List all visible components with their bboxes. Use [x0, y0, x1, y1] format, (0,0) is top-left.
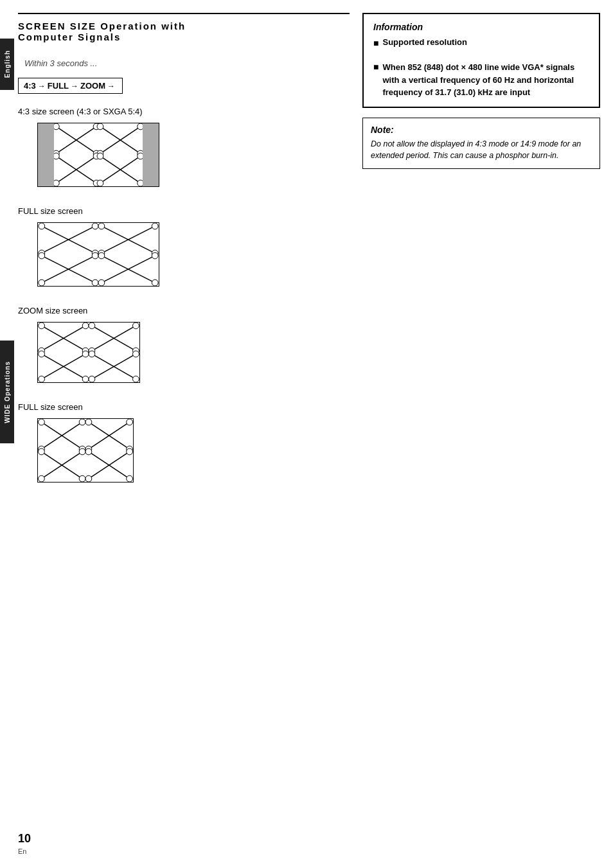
svg-point-70 [89, 376, 95, 382]
svg-point-20 [97, 153, 103, 159]
page-number: 10 [18, 832, 31, 846]
page-number-sub: En [18, 847, 26, 855]
info-vga-description: ■ When 852 (848) dot × 480 line wide VGA… [373, 61, 589, 99]
screen-diagram-43 [37, 123, 350, 187]
side-tab-english: English [0, 39, 14, 90]
svg-point-89 [79, 448, 85, 455]
note-title: Note: [371, 125, 592, 135]
screen-zoom-display [37, 322, 140, 383]
svg-point-66 [39, 376, 45, 382]
screen-label-43: 4:3 size screen (4:3 or SXGA 5:4) [18, 107, 350, 116]
note-text: Do not allow the displayed in 4:3 mode o… [371, 138, 592, 163]
svg-point-57 [82, 323, 89, 329]
screen-section-zoom: ZOOM size screen [18, 306, 350, 383]
svg-point-46 [98, 279, 105, 286]
svg-point-36 [98, 223, 105, 229]
left-column: SCREEN SIZE Operation with Computer Sign… [18, 13, 350, 502]
svg-point-45 [152, 252, 158, 259]
svg-point-32 [39, 223, 45, 229]
screen-label-full: FULL size screen [18, 206, 350, 216]
gray-bar-right [143, 123, 159, 186]
screen-section-full2: FULL size screen [18, 402, 350, 483]
svg-point-67 [82, 376, 89, 382]
svg-point-95 [127, 475, 133, 482]
svg-point-33 [92, 223, 98, 229]
svg-point-42 [39, 279, 45, 286]
svg-point-69 [133, 351, 139, 357]
svg-point-88 [39, 448, 45, 455]
svg-point-93 [127, 448, 133, 455]
svg-point-47 [152, 279, 158, 286]
svg-point-92 [85, 448, 92, 455]
svg-point-68 [89, 351, 95, 357]
main-content: SCREEN SIZE Operation with Computer Sign… [18, 13, 600, 502]
svg-point-56 [39, 323, 45, 329]
within-text: Within 3 seconds ... [24, 58, 350, 68]
screen-label-full2: FULL size screen [18, 402, 350, 412]
screen-diagram-full2 [37, 418, 350, 483]
note-box: Note: Do not allow the displayed in 4:3 … [362, 118, 600, 170]
screen-full-svg [38, 223, 159, 286]
svg-point-37 [152, 223, 158, 229]
svg-point-44 [98, 252, 105, 259]
screen-full2-display [37, 418, 134, 483]
screen-43-display [37, 123, 159, 187]
screen-section-43: 4:3 size screen (4:3 or SXGA 5:4) [18, 107, 350, 187]
svg-point-12 [97, 123, 103, 130]
svg-point-65 [82, 351, 89, 357]
svg-point-81 [79, 419, 85, 425]
svg-point-43 [92, 279, 98, 286]
svg-point-71 [133, 376, 139, 382]
svg-point-90 [39, 475, 45, 482]
svg-point-94 [85, 475, 92, 482]
screen-section-full: FULL size screen [18, 206, 350, 287]
right-column: Information ■ Supported resolution ■ Whe… [362, 13, 600, 502]
page-title: SCREEN SIZE Operation with Computer Sign… [18, 13, 350, 42]
screen-label-zoom: ZOOM size screen [18, 306, 350, 315]
screen-full2-svg [38, 419, 133, 482]
screen-diagram-full [37, 222, 350, 287]
svg-point-22 [97, 180, 103, 186]
svg-point-41 [92, 252, 98, 259]
svg-point-80 [39, 419, 45, 425]
svg-point-40 [39, 252, 45, 259]
svg-point-64 [39, 351, 45, 357]
screen-43-svg [38, 123, 159, 186]
svg-point-61 [133, 323, 139, 329]
arrow-sequence: 4:3 → FULL → ZOOM → [18, 78, 123, 94]
screen-full-display [37, 222, 159, 287]
screen-zoom-svg [38, 323, 139, 382]
gray-bar-left [38, 123, 54, 186]
info-supported-resolution: ■ Supported resolution [373, 37, 589, 48]
svg-point-85 [127, 419, 133, 425]
side-tab-wide-operations: WIDE Operations [0, 341, 14, 443]
svg-point-84 [85, 419, 92, 425]
info-box: Information ■ Supported resolution ■ Whe… [362, 13, 600, 108]
screen-diagram-zoom [37, 322, 350, 383]
svg-point-60 [89, 323, 95, 329]
svg-point-91 [79, 475, 85, 482]
info-title: Information [373, 22, 589, 32]
